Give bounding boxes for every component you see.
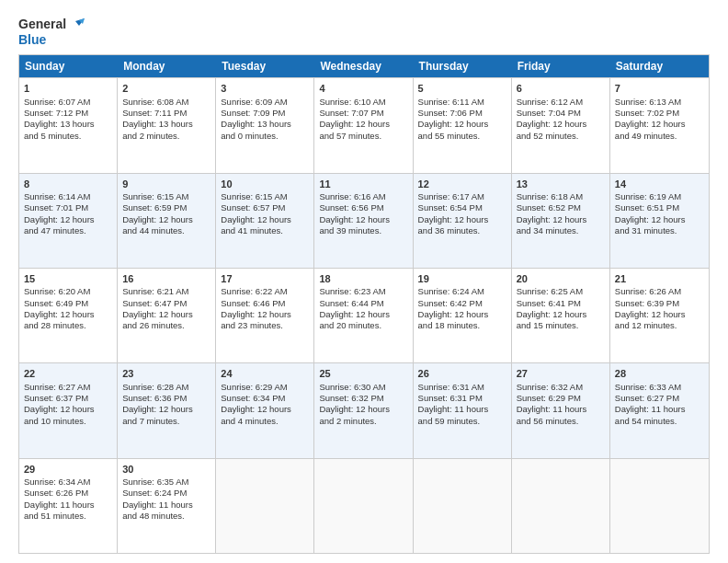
- calendar-day-29: 29Sunrise: 6:34 AMSunset: 6:26 PMDayligh…: [19, 459, 118, 553]
- day-number: 23: [122, 367, 210, 380]
- day-info-line-0: Sunrise: 6:10 AM: [319, 97, 407, 108]
- calendar-day-19: 19Sunrise: 6:24 AMSunset: 6:42 PMDayligh…: [414, 269, 512, 362]
- day-number: 3: [221, 82, 309, 95]
- day-info-line-1: Sunset: 6:34 PM: [221, 393, 309, 404]
- calendar-day-10: 10Sunrise: 6:15 AMSunset: 6:57 PMDayligh…: [216, 174, 314, 268]
- day-info-line-0: Sunrise: 6:15 AM: [122, 191, 210, 202]
- day-info-line-3: and 31 minutes.: [615, 225, 704, 236]
- day-info-line-0: Sunrise: 6:34 AM: [24, 477, 112, 488]
- logo-general: General: [18, 17, 66, 31]
- day-number: 11: [319, 178, 407, 190]
- day-info-line-2: Daylight: 12 hours: [319, 309, 407, 320]
- day-number: 27: [517, 367, 605, 380]
- day-info-line-1: Sunset: 6:52 PM: [517, 202, 605, 213]
- day-info-line-0: Sunrise: 6:11 AM: [418, 97, 506, 108]
- day-info-line-2: Daylight: 12 hours: [24, 309, 112, 320]
- day-info-line-0: Sunrise: 6:20 AM: [24, 286, 112, 297]
- day-info-line-1: Sunset: 7:12 PM: [24, 108, 112, 119]
- calendar-day-2: 2Sunrise: 6:08 AMSunset: 7:11 PMDaylight…: [118, 78, 216, 172]
- day-info-line-1: Sunset: 6:56 PM: [319, 202, 407, 213]
- day-info-line-2: Daylight: 12 hours: [615, 214, 704, 225]
- day-number: 26: [418, 367, 506, 380]
- calendar-day-28: 28Sunrise: 6:33 AMSunset: 6:27 PMDayligh…: [610, 363, 709, 457]
- day-info-line-1: Sunset: 6:36 PM: [122, 393, 210, 404]
- day-number: 1: [24, 82, 112, 95]
- day-number: 24: [221, 367, 309, 380]
- day-info-line-1: Sunset: 6:31 PM: [418, 393, 506, 404]
- calendar-day-21: 21Sunrise: 6:26 AMSunset: 6:39 PMDayligh…: [610, 269, 709, 362]
- day-info-line-1: Sunset: 6:46 PM: [221, 298, 309, 309]
- calendar-row-1: 1Sunrise: 6:07 AMSunset: 7:12 PMDaylight…: [19, 77, 709, 172]
- day-number: 16: [122, 272, 210, 285]
- day-info-line-2: Daylight: 11 hours: [517, 404, 605, 415]
- day-info-line-2: Daylight: 12 hours: [418, 309, 506, 320]
- day-info-line-1: Sunset: 6:59 PM: [122, 202, 210, 213]
- day-number: 6: [517, 82, 605, 95]
- calendar-row-4: 22Sunrise: 6:27 AMSunset: 6:37 PMDayligh…: [19, 362, 709, 457]
- day-info-line-3: and 2 minutes.: [319, 416, 407, 427]
- day-info-line-3: and 48 minutes.: [122, 511, 210, 522]
- day-info-line-1: Sunset: 7:11 PM: [122, 108, 210, 119]
- calendar-day-14: 14Sunrise: 6:19 AMSunset: 6:51 PMDayligh…: [610, 174, 709, 268]
- logo-blue: Blue: [18, 33, 46, 47]
- day-info-line-0: Sunrise: 6:07 AM: [24, 97, 112, 108]
- calendar-row-3: 15Sunrise: 6:20 AMSunset: 6:49 PMDayligh…: [19, 268, 709, 362]
- calendar-day-22: 22Sunrise: 6:27 AMSunset: 6:37 PMDayligh…: [19, 363, 118, 457]
- calendar-day-7: 7Sunrise: 6:13 AMSunset: 7:02 PMDaylight…: [610, 78, 709, 172]
- day-info-line-3: and 20 minutes.: [319, 320, 407, 331]
- day-info-line-2: Daylight: 12 hours: [221, 214, 309, 225]
- day-info-line-0: Sunrise: 6:29 AM: [221, 382, 309, 393]
- calendar-day-17: 17Sunrise: 6:22 AMSunset: 6:46 PMDayligh…: [216, 269, 314, 362]
- calendar-day-18: 18Sunrise: 6:23 AMSunset: 6:44 PMDayligh…: [314, 269, 413, 362]
- page-header: General Blue: [18, 17, 710, 47]
- calendar-day-26: 26Sunrise: 6:31 AMSunset: 6:31 PMDayligh…: [414, 363, 512, 457]
- day-info-line-3: and 55 minutes.: [418, 131, 506, 142]
- day-info-line-0: Sunrise: 6:31 AM: [418, 382, 506, 393]
- day-info-line-0: Sunrise: 6:35 AM: [122, 477, 210, 488]
- day-number: 29: [24, 463, 112, 476]
- calendar-day-9: 9Sunrise: 6:15 AMSunset: 6:59 PMDaylight…: [118, 174, 216, 268]
- calendar-day-13: 13Sunrise: 6:18 AMSunset: 6:52 PMDayligh…: [512, 174, 610, 268]
- calendar-empty-cell: [216, 459, 314, 553]
- day-info-line-1: Sunset: 6:44 PM: [319, 298, 407, 309]
- day-info-line-0: Sunrise: 6:23 AM: [319, 286, 407, 297]
- day-info-line-3: and 41 minutes.: [221, 225, 309, 236]
- day-info-line-1: Sunset: 7:09 PM: [221, 108, 309, 119]
- calendar-day-6: 6Sunrise: 6:12 AMSunset: 7:04 PMDaylight…: [512, 78, 610, 172]
- day-info-line-1: Sunset: 6:47 PM: [122, 298, 210, 309]
- day-info-line-3: and 0 minutes.: [221, 131, 309, 142]
- day-info-line-3: and 36 minutes.: [418, 225, 506, 236]
- day-info-line-0: Sunrise: 6:14 AM: [24, 191, 112, 202]
- day-info-line-1: Sunset: 6:51 PM: [615, 202, 704, 213]
- day-info-line-3: and 44 minutes.: [122, 225, 210, 236]
- day-info-line-3: and 7 minutes.: [122, 416, 210, 427]
- day-info-line-0: Sunrise: 6:12 AM: [517, 97, 605, 108]
- calendar-day-12: 12Sunrise: 6:17 AMSunset: 6:54 PMDayligh…: [414, 174, 512, 268]
- calendar-empty-cell: [512, 459, 610, 553]
- header-day-saturday: Saturday: [610, 55, 709, 77]
- logo: General Blue: [18, 17, 85, 47]
- day-info-line-2: Daylight: 12 hours: [615, 309, 704, 320]
- day-number: 18: [319, 272, 407, 285]
- day-info-line-3: and 56 minutes.: [517, 416, 605, 427]
- day-number: 12: [418, 178, 506, 190]
- day-info-line-2: Daylight: 11 hours: [24, 500, 112, 511]
- day-info-line-3: and 59 minutes.: [418, 416, 506, 427]
- day-info-line-0: Sunrise: 6:22 AM: [221, 286, 309, 297]
- day-info-line-0: Sunrise: 6:33 AM: [615, 382, 704, 393]
- day-info-line-2: Daylight: 12 hours: [122, 404, 210, 415]
- day-info-line-0: Sunrise: 6:26 AM: [615, 286, 704, 297]
- day-info-line-3: and 49 minutes.: [615, 131, 704, 142]
- day-info-line-2: Daylight: 11 hours: [418, 404, 506, 415]
- logo-bird-icon: [68, 17, 85, 33]
- day-number: 13: [517, 178, 605, 190]
- day-number: 17: [221, 272, 309, 285]
- day-info-line-0: Sunrise: 6:15 AM: [221, 191, 309, 202]
- calendar: SundayMondayTuesdayWednesdayThursdayFrid…: [18, 54, 710, 554]
- day-info-line-2: Daylight: 12 hours: [24, 214, 112, 225]
- day-info-line-2: Daylight: 13 hours: [122, 119, 210, 130]
- day-info-line-2: Daylight: 11 hours: [615, 404, 704, 415]
- day-info-line-1: Sunset: 6:41 PM: [517, 298, 605, 309]
- header-day-monday: Monday: [118, 55, 216, 77]
- day-info-line-0: Sunrise: 6:19 AM: [615, 191, 704, 202]
